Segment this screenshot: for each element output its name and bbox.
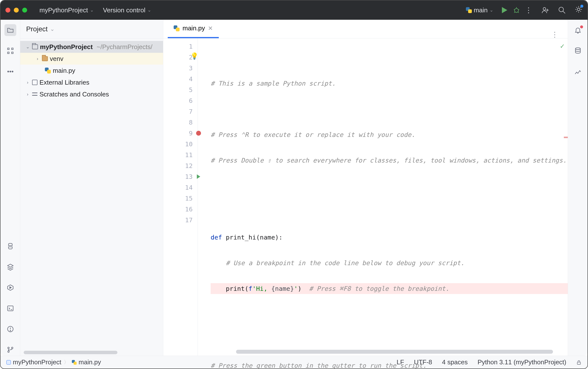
svg-line-4 bbox=[514, 12, 515, 13]
paren: ) bbox=[298, 285, 301, 292]
database-icon bbox=[574, 47, 582, 55]
packages-button[interactable] bbox=[4, 261, 16, 273]
minimize-window[interactable] bbox=[14, 8, 19, 13]
chevron-right-icon: › bbox=[25, 80, 30, 85]
tree-root[interactable]: ⌄ myPythonProject ~/PycharmProjects/ bbox=[20, 41, 163, 53]
tab-main[interactable]: main.py ✕ bbox=[168, 19, 219, 38]
maximize-window[interactable] bbox=[22, 8, 27, 13]
structure-tool-button[interactable] bbox=[4, 45, 16, 57]
fstring-expr: {name} bbox=[271, 285, 294, 292]
left-tool-rail bbox=[0, 20, 20, 356]
tree-venv-label: venv bbox=[50, 55, 63, 63]
search-icon[interactable] bbox=[558, 6, 566, 14]
play-icon[interactable] bbox=[500, 6, 508, 14]
tree-venv[interactable]: › venv bbox=[20, 53, 163, 65]
folder-icon bbox=[42, 56, 48, 61]
layers-icon bbox=[7, 263, 14, 271]
svg-point-6 bbox=[543, 7, 546, 10]
more-tools-button[interactable] bbox=[4, 66, 16, 77]
python-icon bbox=[466, 7, 472, 13]
editor-tabs: main.py ✕ ⋮ bbox=[163, 20, 568, 38]
problems-button[interactable] bbox=[4, 323, 16, 335]
svg-point-24 bbox=[8, 347, 9, 349]
python-icon bbox=[174, 25, 180, 31]
svg-rect-12 bbox=[7, 48, 9, 50]
chevron-right-icon: › bbox=[35, 56, 40, 61]
readonly-icon[interactable] bbox=[576, 360, 582, 365]
terminal-button[interactable] bbox=[4, 302, 16, 314]
project-dropdown[interactable]: myPythonProject ⌄ bbox=[37, 5, 96, 16]
lineno: 11 bbox=[185, 151, 193, 159]
project-tool-button[interactable] bbox=[4, 24, 16, 36]
svg-point-25 bbox=[8, 351, 9, 352]
comment: # Press ⌘F8 to toggle the breakpoint. bbox=[302, 285, 449, 292]
project-scrollbar[interactable] bbox=[24, 351, 117, 354]
tab-more-button[interactable]: ⋮ bbox=[546, 31, 563, 38]
right-tool-rail bbox=[568, 20, 588, 356]
project-panel-title: Project bbox=[26, 25, 48, 33]
tree-root-name: myPythonProject bbox=[40, 43, 93, 51]
lineno: 4 bbox=[189, 75, 193, 83]
fstring-prefix: f bbox=[249, 285, 252, 292]
close-tab-icon[interactable]: ✕ bbox=[208, 25, 213, 32]
ai-assistant-button[interactable] bbox=[572, 66, 584, 77]
python-console-button[interactable] bbox=[4, 240, 16, 252]
crumb-root[interactable]: myPythonProject bbox=[13, 358, 61, 366]
gear-icon bbox=[575, 5, 583, 13]
run-config-label: main bbox=[474, 6, 488, 14]
error-stripe-marker[interactable] bbox=[564, 137, 568, 138]
more-run-icon[interactable]: ⋮ bbox=[525, 6, 532, 14]
code-area[interactable]: 💡 ✓ # This is a sample Python script. # … bbox=[198, 38, 568, 356]
tree-external-libs[interactable]: › External Libraries bbox=[20, 76, 163, 88]
close-window[interactable] bbox=[5, 8, 10, 13]
vcs-dropdown[interactable]: Version control ⌄ bbox=[101, 5, 154, 16]
branch-icon bbox=[7, 346, 14, 353]
lineno: 13 bbox=[185, 173, 193, 180]
python-icon bbox=[7, 242, 14, 250]
builtin: print bbox=[226, 285, 245, 292]
editor-h-scrollbar[interactable] bbox=[236, 350, 553, 354]
python-icon bbox=[45, 68, 51, 74]
services-button[interactable] bbox=[4, 282, 16, 294]
paren: ( bbox=[245, 285, 248, 292]
ellipsis-icon bbox=[7, 68, 14, 75]
titlebar: myPythonProject ⌄ Version control ⌄ main… bbox=[0, 0, 588, 20]
debug-icon[interactable] bbox=[513, 6, 520, 14]
intention-bulb-icon[interactable]: 💡 bbox=[190, 52, 198, 60]
window-controls bbox=[5, 8, 27, 13]
lineno: 10 bbox=[185, 140, 193, 148]
lineno: 14 bbox=[185, 184, 193, 191]
lineno: 9 bbox=[189, 129, 193, 137]
svg-rect-28 bbox=[577, 362, 581, 364]
svg-point-11 bbox=[577, 8, 580, 11]
editor[interactable]: 1 2 3 4 5 6 7 8 9 10 11 12 13 14 15 16 1… bbox=[163, 38, 568, 356]
lineno: 6 bbox=[189, 97, 193, 104]
bell-icon bbox=[574, 26, 582, 34]
inspection-ok-icon[interactable]: ✓ bbox=[560, 42, 564, 50]
params: (name): bbox=[256, 234, 282, 241]
svg-point-17 bbox=[10, 71, 11, 72]
editor-zone: main.py ✕ ⋮ 1 2 3 4 5 6 7 8 9 10 11 12 1… bbox=[163, 20, 568, 356]
comment: # Press ⌃R to execute it or replace it w… bbox=[211, 131, 415, 138]
structure-icon bbox=[7, 47, 14, 55]
svg-point-16 bbox=[8, 71, 9, 72]
vcs-button[interactable] bbox=[4, 344, 16, 356]
lineno: 12 bbox=[185, 162, 193, 169]
chevron-right-icon: › bbox=[25, 92, 30, 97]
gutter: 1 2 3 4 5 6 7 8 9 10 11 12 13 14 15 16 1… bbox=[163, 38, 198, 356]
svg-rect-13 bbox=[7, 52, 9, 54]
code-with-me-icon[interactable] bbox=[541, 6, 549, 14]
database-button[interactable] bbox=[572, 45, 584, 57]
project-panel: Project ⌄ ⌄ myPythonProject ~/PycharmPro… bbox=[20, 20, 163, 356]
function-name: print_hi bbox=[226, 234, 256, 241]
crumb-file[interactable]: main.py bbox=[79, 358, 101, 366]
project-panel-header[interactable]: Project ⌄ bbox=[20, 20, 163, 38]
lineno: 3 bbox=[189, 64, 193, 72]
tree-main-file[interactable]: main.py bbox=[20, 65, 163, 76]
tree-scratches[interactable]: › Scratches and Consoles bbox=[20, 88, 163, 100]
svg-rect-20 bbox=[7, 306, 13, 311]
notifications-button[interactable] bbox=[572, 24, 584, 36]
settings-button[interactable] bbox=[575, 5, 583, 15]
run-config-dropdown[interactable]: main ⌄ bbox=[463, 5, 496, 16]
python-icon bbox=[72, 360, 76, 365]
